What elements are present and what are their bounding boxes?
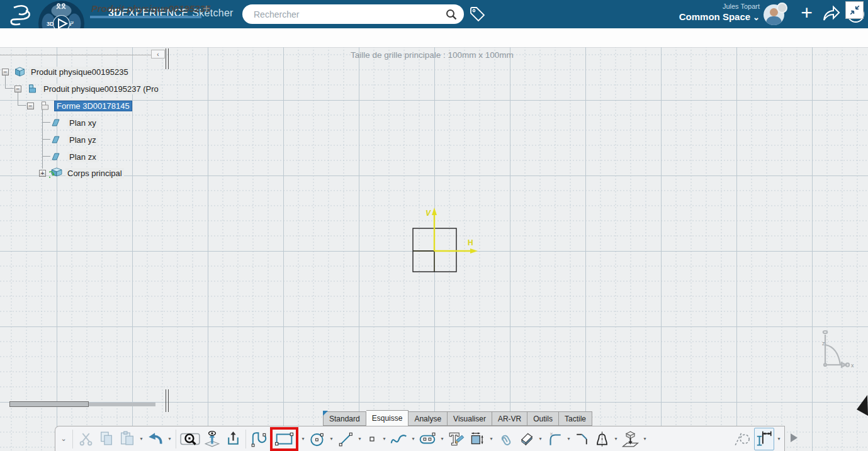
toolbar-expand-button[interactable]: ⌄	[58, 428, 69, 450]
space-name: Common Space	[679, 11, 750, 22]
undo-dropdown[interactable]: ▾	[167, 436, 172, 442]
add-content-button[interactable]: +	[801, 1, 813, 25]
project-3d-dropdown[interactable]: ▾	[642, 436, 648, 442]
constraint-box-button[interactable]	[468, 428, 487, 450]
eraser-dropdown[interactable]: ▾	[538, 436, 543, 442]
new-tab-button[interactable]: +	[203, 2, 210, 16]
line-dropdown[interactable]: ▾	[357, 436, 363, 442]
rectangle-dropdown[interactable]: ▾	[300, 436, 306, 442]
tree-expander[interactable]: −	[27, 103, 34, 109]
chevron-down-icon: ⌄	[60, 435, 66, 443]
part-icon	[27, 84, 38, 94]
dassault-3ds-logo[interactable]	[5, 3, 35, 29]
tree-row-product-child[interactable]: − Produit physique00195237 (Pro	[14, 83, 161, 94]
panel-splitter-line[interactable]	[168, 48, 169, 69]
line-tool-button[interactable]	[336, 428, 355, 450]
normal-view-button[interactable]	[203, 428, 222, 450]
tree-item-label: Plan zx	[67, 152, 98, 162]
tab-outils[interactable]: Outils	[527, 411, 559, 426]
copy-icon	[98, 430, 115, 447]
cut-button[interactable]	[76, 428, 95, 450]
tag-button[interactable]	[469, 6, 486, 25]
tree-row-plan-yz[interactable]: Plan yz	[50, 134, 98, 145]
tree-row-plan-xy[interactable]: Plan xy	[50, 117, 98, 128]
rectangle-tool-button[interactable]	[270, 427, 298, 451]
panel-splitter-line[interactable]	[168, 389, 169, 412]
search-icon[interactable]	[445, 8, 458, 21]
paste-dropdown[interactable]: ▾	[138, 436, 144, 442]
sketch-text-button[interactable]	[447, 428, 466, 450]
user-block[interactable]: Jules Topart Common Space⌄	[646, 3, 760, 22]
corner-dropdown[interactable]: ▾	[566, 436, 572, 442]
circle-tool-button[interactable]	[308, 428, 327, 450]
tree-item-label: Produit physique00195235	[29, 67, 130, 77]
export-button[interactable]	[223, 428, 242, 450]
share-button[interactable]	[821, 5, 840, 25]
tree-row-corps-principal[interactable]: + Corps principal	[39, 167, 124, 179]
point-dropdown[interactable]: ▾	[381, 436, 387, 442]
profile-icon	[250, 430, 268, 448]
tree-row-forme-3d[interactable]: − Forme 3D00178145	[27, 100, 132, 111]
constraint-box-dropdown[interactable]: ▾	[488, 436, 494, 442]
document-tab[interactable]: Produit physique00195235	[91, 3, 210, 14]
construction-elements-button[interactable]	[733, 428, 752, 450]
profile-tool-button[interactable]	[249, 428, 268, 450]
point-tool-button[interactable]	[364, 428, 380, 450]
panel-splitter-line[interactable]	[166, 389, 166, 412]
zoom-fit-button[interactable]	[179, 428, 201, 450]
construction-icon	[733, 430, 752, 448]
document-tab-bar	[0, 28, 868, 48]
slot-dropdown[interactable]: ▾	[439, 436, 445, 442]
tab-analyse[interactable]: Analyse	[409, 411, 448, 426]
horizontal-scrollbar-track[interactable]	[89, 403, 155, 406]
paste-button[interactable]	[118, 428, 137, 450]
profile-constraint-button[interactable]	[592, 428, 611, 450]
tree-collapse-button[interactable]: ‹	[151, 50, 165, 58]
more-arrow-icon	[789, 432, 799, 444]
tab-visualiser[interactable]: Visualiser	[448, 411, 492, 426]
toolbar-more-button[interactable]	[789, 432, 799, 444]
circle-dropdown[interactable]: ▾	[329, 436, 334, 442]
spline-tool-button[interactable]	[389, 428, 409, 450]
undo-button[interactable]	[146, 428, 165, 450]
share-arrow-icon	[821, 5, 840, 23]
profile-constraint-dropdown[interactable]: ▾	[613, 436, 619, 442]
project-3d-button[interactable]	[621, 428, 640, 450]
constraint-shape-icon	[593, 430, 611, 448]
attach-button[interactable]	[496, 428, 515, 450]
search-input[interactable]	[252, 9, 445, 20]
quick-constraint-dropdown[interactable]: ▾	[776, 436, 782, 442]
chamfer-tool-button[interactable]	[573, 428, 590, 450]
eraser-button[interactable]	[517, 428, 536, 450]
tree-connector	[18, 105, 26, 106]
restore-window-button[interactable]	[845, 1, 864, 19]
panel-splitter-line[interactable]	[166, 48, 166, 69]
corner-tool-button[interactable]: ×	[545, 428, 564, 450]
h-axis-label: H	[468, 238, 473, 247]
copy-button[interactable]	[97, 428, 116, 450]
tree-connector	[42, 156, 50, 157]
tree-row-plan-zx[interactable]: Plan zx	[50, 151, 98, 162]
tree-expander[interactable]: −	[2, 69, 9, 75]
quick-constraint-button[interactable]	[754, 428, 774, 450]
plus-icon: +	[801, 1, 813, 24]
space-selector[interactable]: Common Space⌄	[646, 11, 760, 22]
svg-text:×: ×	[550, 430, 553, 437]
tree-row-product-root[interactable]: − Produit physique00195235	[2, 66, 130, 77]
toolbar-separator	[176, 430, 176, 448]
tree-expander[interactable]: −	[14, 86, 21, 92]
paste-icon	[118, 430, 136, 447]
tab-tactile[interactable]: Tactile	[559, 411, 592, 426]
toolbar-separator	[245, 430, 246, 448]
horizontal-scrollbar-thumb[interactable]	[9, 401, 89, 407]
tab-standard[interactable]: Standard	[323, 411, 366, 426]
corner-icon: ×	[546, 430, 563, 448]
product-cube-icon	[14, 67, 25, 77]
chamfer-icon	[573, 430, 590, 448]
tree-expander[interactable]: +	[39, 170, 46, 177]
tab-esquisse[interactable]: Esquisse	[366, 410, 409, 426]
plane-icon	[50, 152, 60, 162]
tab-ar-vr[interactable]: AR-VR	[492, 411, 527, 426]
spline-dropdown[interactable]: ▾	[410, 436, 416, 442]
slot-tool-button[interactable]	[418, 428, 437, 450]
